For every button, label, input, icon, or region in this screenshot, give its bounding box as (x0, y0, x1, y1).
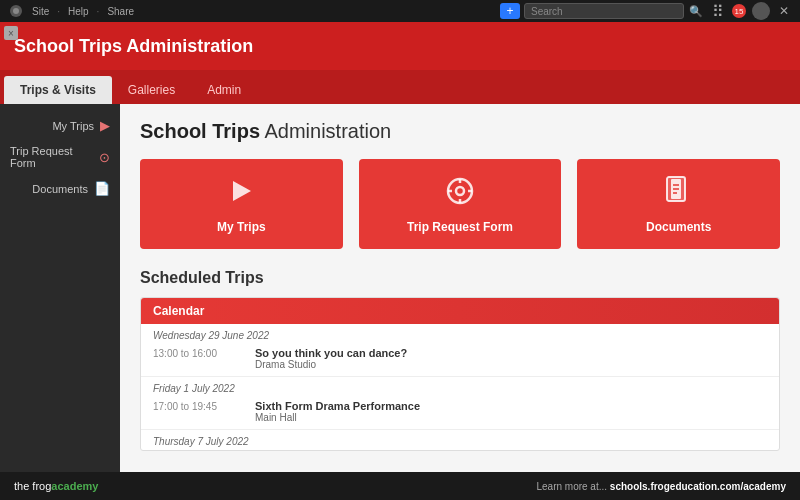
content-title: School Trips Administration (140, 120, 780, 143)
event-row-2: 17:00 to 19:45 Sixth Form Drama Performa… (141, 397, 779, 430)
sidebar: My Trips ▶ Trip Request Form ⊙ Documents… (0, 104, 120, 472)
event-name-1: So you think you can dance? (255, 347, 407, 359)
help-label[interactable]: Help (68, 6, 89, 17)
form-icon: ⊙ (99, 150, 110, 165)
document-icon: 📄 (94, 181, 110, 196)
content-title-rest: Administration (260, 120, 391, 142)
grid-icon[interactable]: ⠿ (710, 3, 726, 19)
footer-logo-accent: academy (51, 480, 98, 492)
event-time-2: 17:00 to 19:45 (153, 400, 243, 412)
day-label-2: Friday 1 July 2022 (141, 377, 779, 397)
day-group-2: Friday 1 July 2022 17:00 to 19:45 Sixth … (141, 377, 779, 430)
day-label-1: Wednesday 29 June 2022 (141, 324, 779, 344)
footer-logo: the frogacademy (14, 480, 98, 492)
my-trips-card-icon (225, 175, 257, 214)
day-group-3: Thursday 7 July 2022 (141, 430, 779, 450)
search-icon[interactable]: 🔍 (688, 3, 704, 19)
share-label[interactable]: Share (107, 6, 134, 17)
footer-link: Learn more at... schools.frogeducation.c… (536, 481, 786, 492)
card-my-trips[interactable]: My Trips (140, 159, 343, 249)
tab-trips-visits[interactable]: Trips & Visits (4, 76, 112, 104)
os-logo-icon (8, 3, 24, 19)
sidebar-item-trip-request[interactable]: Trip Request Form ⊙ (0, 139, 120, 175)
main-container: My Trips ▶ Trip Request Form ⊙ Documents… (0, 104, 800, 472)
action-cards: My Trips Trip Request Form (140, 159, 780, 249)
card-trip-request[interactable]: Trip Request Form (359, 159, 562, 249)
app-close-button[interactable]: × (4, 26, 18, 40)
sidebar-item-my-trips[interactable]: My Trips ▶ (0, 112, 120, 139)
event-details-2: Sixth Form Drama Performance Main Hall (255, 400, 420, 423)
scheduled-trips-title: Scheduled Trips (140, 269, 780, 287)
site-label[interactable]: Site (32, 6, 49, 17)
avatar[interactable] (752, 2, 770, 20)
trip-request-card-label: Trip Request Form (407, 220, 513, 234)
documents-card-icon (665, 175, 693, 214)
close-window-icon[interactable]: ✕ (776, 3, 792, 19)
os-topbar: Site · Help · Share + Search 🔍 ⠿ 15 ✕ (0, 0, 800, 22)
os-bar-center: + Search 🔍 (500, 3, 704, 19)
svg-marker-2 (233, 181, 251, 201)
sidebar-item-documents[interactable]: Documents 📄 (0, 175, 120, 202)
app-title: School Trips Administration (14, 36, 253, 57)
event-location-2: Main Hall (255, 412, 420, 423)
notification-badge[interactable]: 15 (732, 4, 746, 18)
trip-request-label: Trip Request Form (10, 145, 93, 169)
svg-point-1 (13, 8, 19, 14)
app-header: × School Trips Administration (0, 22, 800, 70)
day-group-1: Wednesday 29 June 2022 13:00 to 16:00 So… (141, 324, 779, 377)
trip-request-card-icon (444, 175, 476, 214)
os-bar-left: Site · Help · Share (8, 3, 494, 19)
event-details-1: So you think you can dance? Drama Studio (255, 347, 407, 370)
nav-tabs: Trips & Visits Galleries Admin (0, 70, 800, 104)
my-trips-card-label: My Trips (217, 220, 266, 234)
documents-label: Documents (32, 183, 88, 195)
event-name-2: Sixth Form Drama Performance (255, 400, 420, 412)
svg-point-4 (456, 187, 464, 195)
card-documents[interactable]: Documents (577, 159, 780, 249)
calendar-header: Calendar (141, 298, 779, 324)
search-bar[interactable]: Search (524, 3, 684, 19)
add-button[interactable]: + (500, 3, 520, 19)
footer-url[interactable]: schools.frogeducation.com/academy (610, 481, 786, 492)
search-placeholder: Search (531, 6, 563, 17)
event-location-1: Drama Studio (255, 359, 407, 370)
tab-galleries[interactable]: Galleries (112, 76, 191, 104)
documents-card-label: Documents (646, 220, 711, 234)
event-row-1: 13:00 to 16:00 So you think you can danc… (141, 344, 779, 377)
footer: the frogacademy Learn more at... schools… (0, 472, 800, 500)
my-trips-label: My Trips (52, 120, 94, 132)
content-area: School Trips Administration My Trips (120, 104, 800, 472)
cursor-icon: ▶ (100, 118, 110, 133)
tab-admin[interactable]: Admin (191, 76, 257, 104)
os-bar-right: ⠿ 15 ✕ (710, 2, 792, 20)
day-label-3: Thursday 7 July 2022 (141, 430, 779, 450)
content-title-strong: School Trips (140, 120, 260, 142)
event-time-1: 13:00 to 16:00 (153, 347, 243, 359)
calendar-body: Wednesday 29 June 2022 13:00 to 16:00 So… (141, 324, 779, 450)
calendar-section: Calendar Wednesday 29 June 2022 13:00 to… (140, 297, 780, 451)
